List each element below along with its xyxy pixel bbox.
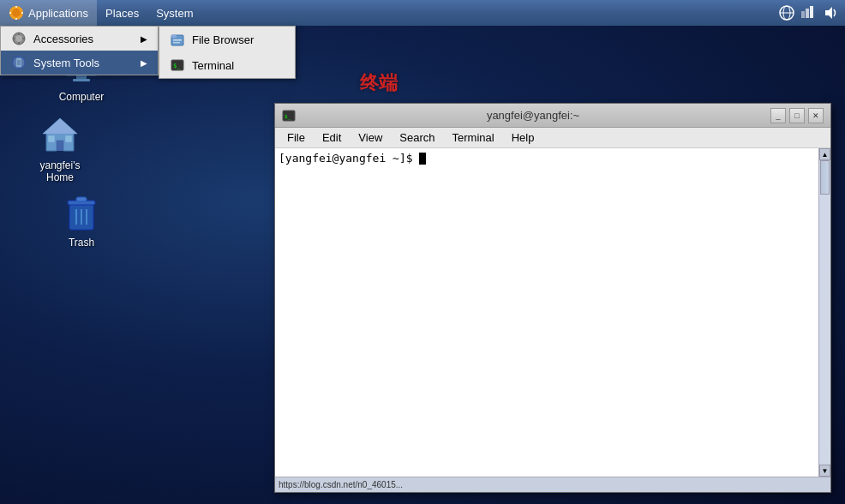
system-tools-submenu: File Browser $_ Terminal — [159, 26, 296, 79]
places-menu[interactable]: Places — [97, 0, 147, 26]
home-icon — [39, 115, 81, 156]
terminal-window: $_ yangfei@yangfei:~ _ □ ✕ File Edit Vie… — [274, 103, 831, 493]
applications-dropdown: Accessories ▶ System Tools ▶ — [0, 26, 159, 75]
svg-rect-31 — [76, 197, 87, 201]
minimize-button[interactable]: _ — [770, 108, 786, 123]
accessories-item[interactable]: Accessories ▶ — [1, 27, 158, 51]
terminal-body[interactable]: [yangfei@yangfei ~]$ ▲ ▼ — [275, 148, 830, 477]
svg-rect-44 — [171, 35, 177, 38]
system-tools-arrow: ▶ — [141, 58, 147, 68]
file-browser-label: File Browser — [192, 33, 254, 46]
terminal-titlebar: $_ yangfei@yangfei:~ _ □ ✕ — [275, 104, 830, 128]
desktop-zh-label: 终端 — [360, 70, 398, 96]
desktop-icon-home[interactable]: yangfei's Home — [26, 111, 94, 187]
scrollbar-up-button[interactable]: ▲ — [819, 148, 830, 160]
accessories-label: Accessories — [33, 33, 93, 45]
accessories-arrow: ▶ — [141, 34, 147, 44]
system-tools-item[interactable]: System Tools ▶ — [1, 51, 158, 75]
terminal-scrollbar[interactable]: ▲ ▼ — [818, 148, 830, 477]
terminal-url-bar: https://blog.csdn.net/n0_46015... — [275, 477, 830, 492]
computer-label: Computer — [59, 91, 105, 103]
terminal-menu-search[interactable]: Search — [393, 129, 441, 146]
svg-marker-12 — [825, 7, 832, 19]
terminal-menu-help[interactable]: Help — [505, 129, 542, 146]
taskbar: Applications Places System — [0, 0, 845, 26]
system-label: System — [156, 7, 193, 20]
svg-rect-45 — [173, 39, 182, 41]
terminal-menu-view[interactable]: View — [351, 129, 389, 146]
svg-point-1 — [12, 9, 21, 17]
desktop: Applications Places System — [0, 0, 845, 504]
svg-rect-11 — [810, 6, 813, 18]
svg-marker-22 — [43, 118, 77, 134]
scrollbar-thumb[interactable] — [820, 160, 830, 195]
terminal-icon: $_ — [170, 57, 185, 73]
terminal-menu-file[interactable]: File — [280, 129, 312, 146]
svg-point-33 — [15, 35, 22, 42]
trash-label: Trash — [69, 237, 94, 249]
applications-label: Applications — [28, 7, 88, 20]
terminal-title-icon: $_ — [282, 109, 296, 123]
accessories-icon — [11, 31, 27, 46]
system-tools-label: System Tools — [33, 57, 99, 69]
system-menu[interactable]: System — [147, 0, 201, 26]
window-controls: _ □ ✕ — [770, 108, 824, 123]
close-button[interactable]: ✕ — [808, 108, 824, 123]
places-label: Places — [105, 7, 139, 20]
svg-text:$_: $_ — [285, 113, 291, 120]
applications-menu[interactable]: Applications — [0, 0, 97, 26]
applications-icon — [9, 5, 24, 21]
terminal-label: Terminal — [192, 59, 234, 72]
scrollbar-down-button[interactable]: ▼ — [819, 465, 830, 477]
home-label: yangfei's Home — [29, 159, 91, 183]
globe-icon — [778, 4, 795, 21]
svg-rect-9 — [801, 11, 805, 18]
terminal-content: [yangfei@yangfei ~]$ — [279, 152, 827, 165]
speaker-icon — [823, 5, 838, 21]
terminal-menu-edit[interactable]: Edit — [315, 129, 348, 146]
network-icon — [799, 4, 816, 21]
terminal-item[interactable]: $_ Terminal — [159, 52, 295, 78]
svg-rect-24 — [48, 135, 55, 142]
terminal-menu-terminal[interactable]: Terminal — [446, 129, 501, 146]
file-browser-item[interactable]: File Browser — [159, 27, 295, 52]
svg-rect-23 — [57, 141, 63, 151]
terminal-title: yangfei@yangfei:~ — [301, 109, 765, 122]
svg-rect-46 — [173, 42, 180, 44]
file-browser-icon — [170, 32, 185, 47]
trash-icon — [61, 192, 102, 233]
restore-button[interactable]: □ — [789, 108, 805, 123]
svg-text:$_: $_ — [173, 63, 181, 69]
terminal-prompt: [yangfei@yangfei ~]$ — [279, 152, 419, 165]
terminal-cursor — [419, 153, 426, 165]
svg-rect-25 — [65, 135, 72, 142]
desktop-icon-trash[interactable]: Trash — [47, 189, 116, 252]
terminal-menubar: File Edit View Search Terminal Help — [275, 128, 830, 148]
svg-rect-10 — [806, 9, 809, 18]
terminal-url: https://blog.csdn.net/n0_46015... — [279, 480, 403, 489]
system-tools-icon — [11, 55, 27, 70]
taskbar-right — [771, 0, 845, 26]
svg-rect-19 — [76, 75, 87, 79]
svg-rect-20 — [73, 79, 90, 81]
